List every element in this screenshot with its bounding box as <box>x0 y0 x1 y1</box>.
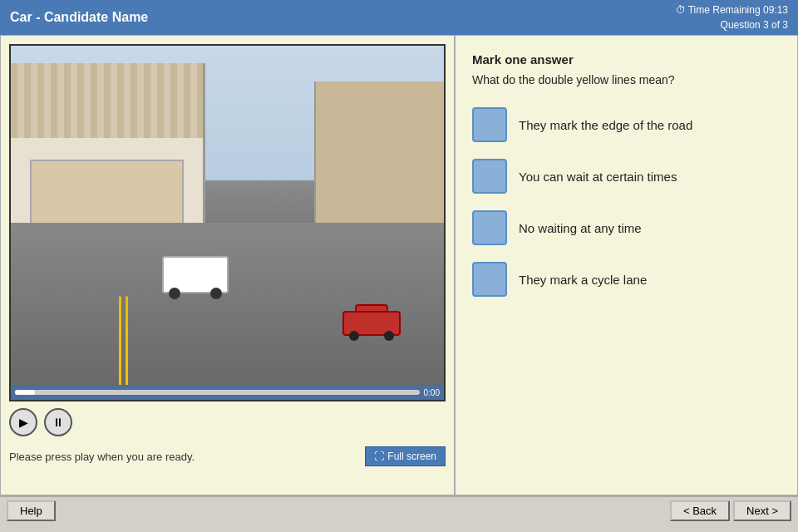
van <box>162 248 229 293</box>
pause-icon: ⏸ <box>52 416 64 429</box>
fullscreen-button[interactable]: ⛶ Full screen <box>365 446 446 466</box>
main-content: 0:00 ▶ ⏸ Please press play when you are … <box>0 35 798 495</box>
answer-checkbox-2[interactable] <box>472 159 507 194</box>
video-panel: 0:00 ▶ ⏸ Please press play when you are … <box>1 36 454 495</box>
time-value: 09:13 <box>763 4 788 16</box>
time-remaining: ⏱ Time Remaining 09:13 <box>676 2 788 17</box>
video-time-display: 0:00 <box>424 388 440 397</box>
header-info: ⏱ Time Remaining 09:13 Question 3 of 3 <box>676 2 788 32</box>
pause-button[interactable]: ⏸ <box>44 408 72 436</box>
clock-icon: ⏱ <box>676 4 686 16</box>
footer-bar: Help < Back Next > <box>0 495 798 524</box>
status-bar: Please press play when you are ready. ⛶ … <box>9 443 446 470</box>
answer-option-2[interactable]: You can wait at certain times <box>472 159 781 194</box>
question-info: Question 3 of 3 <box>676 17 788 32</box>
progress-fill <box>15 390 35 395</box>
question-text: What do the double yellow lines mean? <box>472 73 781 86</box>
red-car <box>342 303 401 336</box>
next-button[interactable]: Next > <box>733 500 791 521</box>
video-scene <box>11 46 444 400</box>
progress-track <box>15 390 420 395</box>
play-icon: ▶ <box>19 416 28 429</box>
answer-checkbox-3[interactable] <box>472 210 507 245</box>
question-panel: Mark one answer What do the double yello… <box>454 36 797 495</box>
help-button[interactable]: Help <box>7 500 56 521</box>
answer-text-2: You can wait at certain times <box>519 170 677 184</box>
header-bar: Car - Candidate Name ⏱ Time Remaining 09… <box>0 0 798 35</box>
header-title: Car - Candidate Name <box>10 10 148 25</box>
answer-text-1: They mark the edge of the road <box>519 118 692 132</box>
time-label: Time Remaining <box>688 4 761 16</box>
fullscreen-icon: ⛶ <box>374 451 384 462</box>
answer-option-1[interactable]: They mark the edge of the road <box>472 107 781 142</box>
answer-option-4[interactable]: They mark a cycle lane <box>472 262 781 297</box>
video-container: 0:00 <box>9 44 446 401</box>
answer-option-3[interactable]: No waiting at any time <box>472 210 781 245</box>
fullscreen-label: Full screen <box>387 451 436 462</box>
back-button[interactable]: < Back <box>670 500 730 521</box>
answer-checkbox-1[interactable] <box>472 107 507 142</box>
play-button[interactable]: ▶ <box>9 408 37 436</box>
video-progress-bar[interactable]: 0:00 <box>11 385 444 400</box>
answer-text-3: No waiting at any time <box>519 221 642 235</box>
question-instruction: Mark one answer <box>472 52 781 66</box>
status-text: Please press play when you are ready. <box>9 451 195 463</box>
video-controls: ▶ ⏸ <box>9 401 446 443</box>
navigation-buttons: < Back Next > <box>670 500 791 521</box>
answer-checkbox-4[interactable] <box>472 262 507 297</box>
answer-text-4: They mark a cycle lane <box>519 273 647 287</box>
